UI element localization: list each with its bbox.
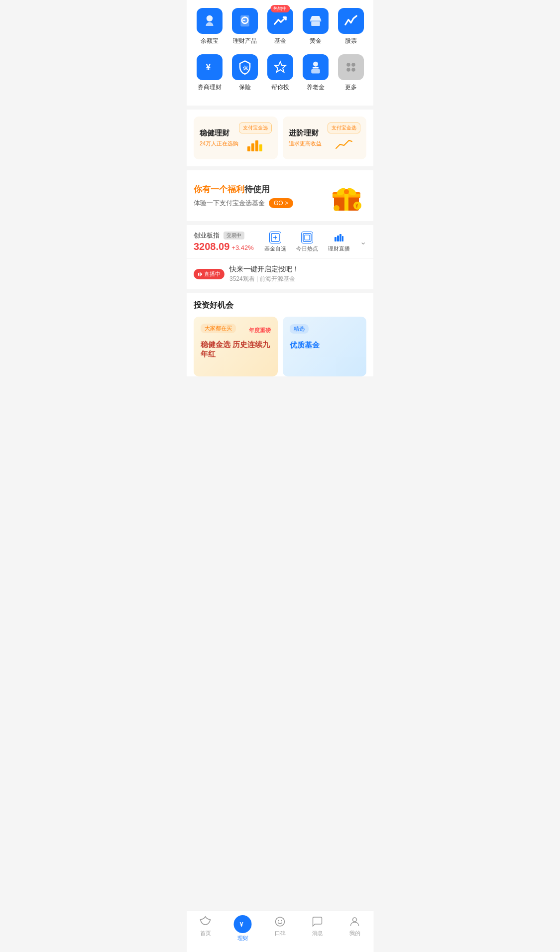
invest-section: 投资好机会 大家都在买 年度重磅 稳健金选 历史连续九年红 精选 优质基金 [187, 293, 373, 376]
svg-rect-40 [200, 272, 201, 276]
icon-yanglao[interactable]: 养老金 [301, 54, 331, 92]
action-jinri-redian[interactable]: 今日热点 [296, 232, 318, 252]
icon-huangjin[interactable]: 黄金 [301, 8, 331, 45]
icon-row-1: 余额宝 理财产品 热销中 基金 黄金 [192, 8, 368, 45]
svg-point-14 [346, 68, 350, 72]
invest-section-title: 投资好机会 [194, 300, 366, 311]
icon-quanshang[interactable]: ¥ 券商理财 [195, 54, 224, 92]
index-name: 创业板指 [194, 231, 220, 240]
svg-rect-39 [198, 273, 199, 276]
market-status: 交易中 [224, 232, 244, 239]
svg-point-12 [346, 63, 350, 67]
icon-jijin[interactable]: 热销中 基金 [265, 8, 295, 45]
svg-point-13 [351, 63, 355, 67]
svg-point-26 [344, 189, 349, 194]
icon-licai[interactable]: 理财产品 [230, 8, 260, 45]
invest-card-youzhi[interactable]: 精选 优质基金 [283, 317, 367, 376]
svg-point-0 [206, 15, 213, 22]
icon-more[interactable]: 更多 [336, 54, 366, 92]
promo-image: ¥ [327, 178, 366, 213]
action-jijin-zixuan[interactable]: 基金自选 [264, 232, 286, 252]
svg-text:保: 保 [242, 65, 248, 71]
invest-card-wenjian[interactable]: 大家都在买 年度重磅 稳健金选 历史连续九年红 [194, 317, 278, 376]
svg-rect-10 [312, 67, 319, 69]
svg-point-9 [313, 62, 318, 67]
svg-rect-19 [259, 144, 262, 151]
promo-title: 你有一个福利待使用 [194, 184, 293, 195]
icon-baoxian[interactable]: 保 保险 [230, 54, 260, 92]
svg-text:¥: ¥ [206, 62, 211, 72]
action-licai-zhibo[interactable]: 理财直播 [328, 232, 350, 252]
hot-badge: 热销中 [270, 5, 290, 12]
product-card-jinjie[interactable]: 进阶理财 追求更高收益 支付宝金选 [283, 117, 367, 159]
market-price: 3208.09 [194, 241, 229, 252]
svg-rect-38 [342, 236, 343, 241]
market-section: 创业板指 交易中 3208.09 +3.42% 基金自选 今日热点 [187, 225, 373, 258]
live-section[interactable]: 直播中 快来一键开启定投吧！ 3524观看 | 前海开源基金 [187, 259, 373, 289]
svg-rect-36 [337, 236, 339, 241]
live-badge: 直播中 [194, 269, 224, 279]
svg-rect-37 [339, 234, 341, 241]
icon-gupiao[interactable]: 股票 [336, 8, 366, 45]
promo-banner[interactable]: 你有一个福利待使用 体验一下支付宝金选基金 GO > ¥ [187, 170, 373, 221]
svg-rect-34 [305, 235, 310, 240]
svg-rect-5 [311, 21, 320, 26]
product-cards-section: 稳健理财 24万人正在选购 支付宝金选 进阶理财 追求更高收益 支付宝金选 [187, 110, 373, 166]
promo-subtitle: 体验一下支付宝金选基金 GO > [194, 198, 293, 208]
go-button[interactable]: GO > [269, 198, 293, 208]
svg-point-15 [351, 68, 355, 72]
svg-point-29 [334, 205, 339, 211]
svg-rect-35 [335, 237, 336, 241]
svg-rect-11 [311, 69, 320, 74]
svg-rect-41 [201, 273, 202, 275]
icon-grid-section: 余额宝 理财产品 热销中 基金 黄金 [187, 0, 373, 106]
icon-row-2: ¥ 券商理财 保 保险 帮你投 养老金 [192, 54, 368, 92]
svg-rect-16 [247, 146, 250, 151]
icon-yuebao[interactable]: 余额宝 [195, 8, 224, 45]
svg-rect-17 [251, 143, 254, 151]
svg-marker-8 [274, 62, 286, 72]
icon-bangnitou[interactable]: 帮你投 [265, 54, 295, 92]
market-change: +3.42% [231, 244, 253, 251]
product-card-wenjian[interactable]: 稳健理财 24万人正在选购 支付宝金选 [194, 117, 278, 159]
chevron-down-icon[interactable]: ⌄ [360, 237, 366, 246]
svg-text:¥: ¥ [355, 203, 358, 209]
svg-rect-18 [255, 140, 258, 151]
